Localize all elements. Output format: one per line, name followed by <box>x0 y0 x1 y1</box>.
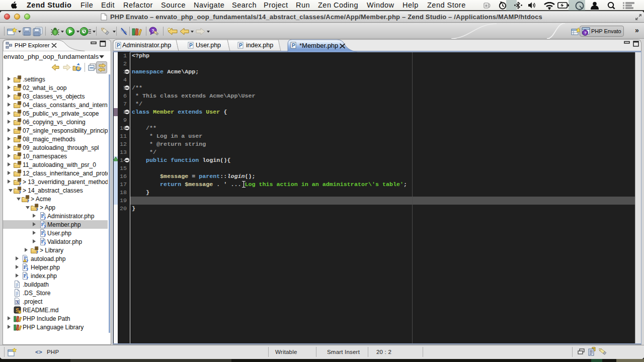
svg-text:Administrator.php: Administrator.php <box>122 42 171 49</box>
svg-text:index.php: index.php <box>246 42 273 49</box>
svg-text:User.php: User.php <box>196 42 221 49</box>
svg-text:PHP Explorer: PHP Explorer <box>15 42 50 48</box>
svg-text:P: P <box>239 43 243 48</box>
svg-text:?: ? <box>584 31 587 35</box>
svg-text:*Member.php: *Member.php <box>299 42 338 49</box>
svg-text:P: P <box>189 43 193 48</box>
svg-text:P: P <box>117 43 120 48</box>
svg-text:P: P <box>292 43 295 48</box>
